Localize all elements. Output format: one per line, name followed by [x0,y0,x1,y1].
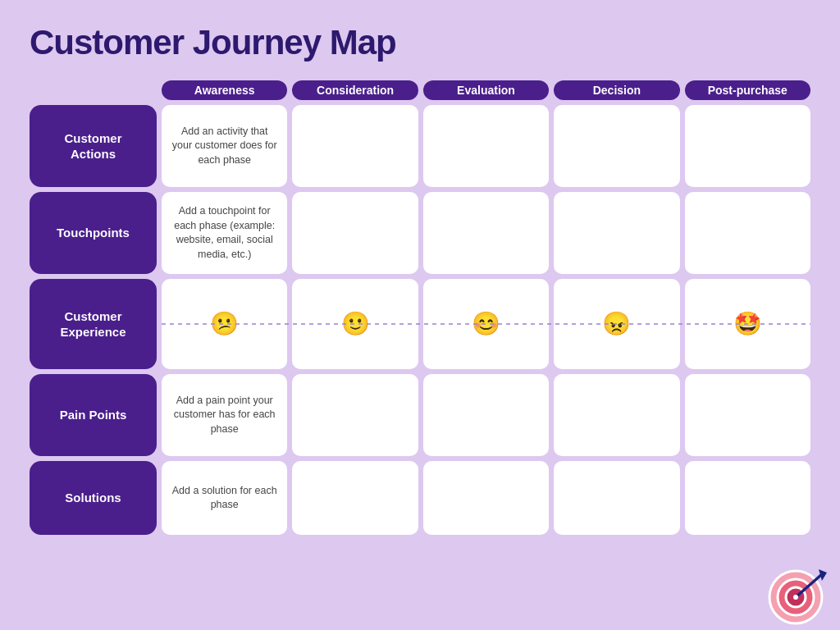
cell-pain-decision[interactable] [554,374,679,456]
cell-touch-awareness[interactable]: Add a touchpoint for each phase (example… [162,192,287,274]
cell-exp-postpurchase[interactable]: 🤩 [685,279,810,369]
cell-sol-awareness[interactable]: Add a solution for each phase [162,461,287,535]
cell-sol-consideration[interactable] [292,461,418,535]
row-label-customer-actions: CustomerActions [30,105,157,187]
cell-actions-postpurchase[interactable] [685,105,810,187]
cell-actions-consideration[interactable] [292,105,418,187]
cell-exp-decision[interactable]: 😠 [554,279,679,369]
cell-exp-consideration[interactable]: 🙂 [292,279,418,369]
experience-row-container: 😕 🙂 😊 😠 🤩 [162,279,810,369]
cell-actions-evaluation[interactable] [423,105,549,187]
header-postpurchase: Post-purchase [685,80,810,100]
header-awareness: Awareness [162,80,287,100]
row-label-pain-points: Pain Points [30,374,157,456]
row-label-experience: CustomerExperience [30,279,157,369]
cell-touch-decision[interactable] [554,192,679,274]
cell-pain-evaluation[interactable] [423,374,549,456]
header-decision: Decision [554,80,679,100]
page-title: Customer Journey Map [30,23,810,62]
cell-touch-postpurchase[interactable] [685,192,810,274]
cell-exp-evaluation[interactable]: 😊 [423,279,549,369]
cell-sol-postpurchase[interactable] [685,461,810,535]
header-consideration: Consideration [292,80,418,100]
cell-pain-awareness[interactable]: Add a pain point your customer has for e… [162,374,287,456]
cell-touch-consideration[interactable] [292,192,418,274]
header-empty [30,80,157,100]
cell-sol-decision[interactable] [554,461,679,535]
cell-touch-evaluation[interactable] [423,192,549,274]
header-evaluation: Evaluation [423,80,549,100]
row-label-solutions: Solutions [30,461,157,535]
cell-sol-evaluation[interactable] [423,461,549,535]
svg-point-6 [793,595,798,600]
cell-touch-awareness-text: Add a touchpoint for each phase (example… [171,204,277,262]
cell-actions-awareness[interactable]: Add an activity that your customer does … [162,105,287,187]
page: Customer Journey Map Awareness Considera… [0,0,840,630]
row-label-touchpoints: Touchpoints [30,192,157,274]
cell-sol-awareness-text: Add a solution for each phase [171,484,277,513]
target-icon [765,563,824,622]
cell-pain-consideration[interactable] [292,374,418,456]
cell-pain-postpurchase[interactable] [685,374,810,456]
cell-actions-decision[interactable] [554,105,679,187]
cell-pain-awareness-text: Add a pain point your customer has for e… [171,394,277,437]
cell-exp-awareness[interactable]: 😕 [162,279,287,369]
cell-actions-awareness-text: Add an activity that your customer does … [171,125,277,168]
